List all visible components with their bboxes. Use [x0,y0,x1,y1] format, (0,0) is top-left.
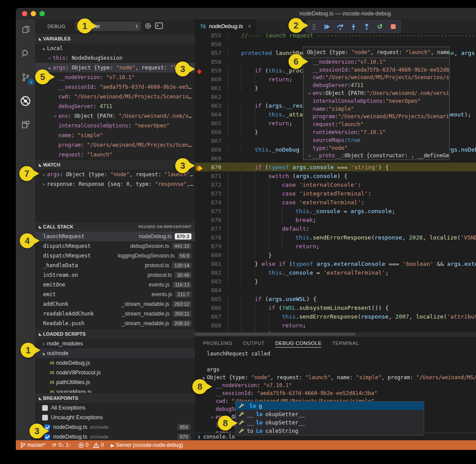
exception-toggle-row[interactable]: All Exceptions [35,403,195,413]
continue-icon[interactable] [324,23,331,30]
stack-frame[interactable]: readableAddChunk_stream_readable.js250:1… [35,309,195,319]
stack-frame[interactable]: Readable.push_stream_readable.js208:10 [35,319,195,328]
title-bar[interactable]: nodeDebug.ts — vscode-node-debug [16,8,476,19]
stack-frame[interactable]: _handleDataprotocol.ts130:14 [35,261,195,270]
source-control-icon[interactable]: 4 [19,71,32,83]
configure-gear-icon[interactable] [144,22,151,31]
debug-status-item[interactable]: ▶ Server (vscode-node-debug) [111,442,183,448]
variable-row[interactable]: debugServer: 4711 [35,102,195,111]
stack-frame[interactable]: emitOneevents.js116:13 [35,280,195,290]
sync-item[interactable]: ⟳ 0↓ 1↑ [52,442,71,448]
code-line[interactable]: 884 [195,286,476,294]
code-line[interactable]: 883} [195,277,476,286]
code-line[interactable]: 879return; [195,242,476,250]
stack-frame[interactable]: launchRequestnodeDebug.ts870:3 [35,232,195,241]
code-line[interactable]: 888return; [195,321,476,330]
code-line[interactable]: 881} else if (typeof args.externalConsol… [195,259,476,268]
script-row[interactable]: JSnodeDebug.js [35,358,195,368]
tab-output[interactable]: OUTPUT [243,341,265,346]
variable-row[interactable]: name: "simple" [35,130,195,140]
problems-item[interactable]: 0 0 [78,442,104,448]
stack-frame[interactable]: dispatchRequestloggingDebugSession.ts56:… [35,251,195,261]
close-window-button[interactable] [22,11,27,16]
watch-row[interactable]: ▷response: Response {seq: 0, type: "resp… [35,179,195,189]
variable-row[interactable]: ◣args: Object {type: "node", request: "l… [35,63,195,72]
horizontal-scrollbar[interactable] [195,332,476,336]
stop-icon[interactable] [389,23,397,30]
code-line[interactable]: 877default: [195,224,476,233]
suggest-item[interactable]: __lookupGetter__ [236,410,424,418]
hover-variable-row[interactable]: ▷__proto__: Object {constructor: , __def… [303,152,449,160]
code-line[interactable]: 885if (args.useWSL) { [195,294,476,303]
code-editor[interactable]: 855//---- launch request ---------------… [195,33,476,336]
script-row[interactable]: JSpathUtilities.js [35,377,195,387]
code-line[interactable]: 878this.sendErrorResponse(response, 2028… [195,233,476,242]
debug-icon[interactable] [19,95,32,107]
git-branch-item[interactable]: master* [20,442,45,448]
code-line[interactable]: 874case 'externalTerminal': [195,198,476,207]
toolbar-drag-grip[interactable] [310,23,317,30]
stack-frame[interactable]: dispatchRequestdebugSession.ts441:10 [35,241,195,251]
code-line[interactable]: 876break; [195,215,476,224]
stack-frame[interactable]: emitevents.js211:7 [35,290,195,299]
variable-row[interactable]: __sessionId: "aeda75fb-637d-4660-9b2e-ee… [35,82,195,92]
variable-row[interactable]: ◣Local [35,44,195,53]
code-line[interactable]: 887this.sendErrorResponse(response, 2007… [195,312,476,321]
minimize-window-button[interactable] [31,11,36,16]
code-line[interactable]: 880} [195,250,476,259]
hover-variable-row[interactable]: runtimeVersion: "7.10.1" [303,128,449,136]
script-row[interactable]: JSnodeV8Protocol.js [35,368,195,377]
watch-section-header[interactable]: ◣WATCH [35,160,195,170]
variables-section-header[interactable]: ◣VARIABLES [35,33,195,44]
step-out-icon[interactable] [363,23,370,30]
code-line[interactable]: 870if (typeof args.console === 'string')… [195,163,476,171]
hover-variable-row[interactable]: __nodeVersion: "v7.10.1" [303,58,449,66]
script-row[interactable]: JSsourceMaps.js [35,387,195,393]
suggest-item[interactable]: log [236,402,424,410]
explorer-icon[interactable] [19,24,32,36]
close-tab-icon[interactable]: × [248,23,251,29]
hover-variable-row[interactable]: program: "/Users/weinand/MS/Projects/Sce… [303,113,449,121]
tab-problems[interactable]: PROBLEMS [203,341,232,346]
script-row[interactable]: ◣out/node [35,348,195,358]
code-line[interactable]: 873case 'integratedTerminal': [195,189,476,198]
code-line[interactable]: 855//---- launch request ---------------… [195,33,476,40]
stack-frame[interactable]: addChunk_stream_readable.js263:12 [35,299,195,309]
variable-row[interactable]: ▷this: NodeDebugSession [35,53,195,63]
hover-variable-row[interactable]: sourceMaps: true [303,136,449,144]
open-debug-console-icon[interactable] [155,22,163,30]
code-line[interactable]: 875this._console = args.console; [195,207,476,215]
loaded-scripts-section-header[interactable]: ◣LOADED SCRIPTS [35,329,195,339]
breakpoints-section-header[interactable]: ◣BREAKPOINTS [35,393,195,403]
console-row[interactable]: ◣Object {type: "node", request: "launch"… [201,373,476,381]
restart-icon[interactable]: ↺ [376,23,383,30]
hover-variable-row[interactable]: request: "launch" [303,120,449,128]
suggest-item[interactable]: __lookupSetter__ [236,418,424,427]
hover-variable-row[interactable]: internalConsoleOptions: "neverOpen" [303,97,449,105]
maximize-window-button[interactable] [40,11,45,16]
code-line[interactable]: 882this._console = 'externalTerminal'; [195,268,476,277]
variable-row[interactable]: request: "launch" [35,150,195,160]
callstack-section-header[interactable]: ◣CALL STACK PAUSED ON BREAKPOINT [35,221,195,232]
variable-row[interactable]: ▷env: Object {PATH: "/Users/weinand/.nvm… [35,111,195,121]
breakpoint-row[interactable]: nodeDebug.tssrc/node859 [35,422,195,432]
tab-terminal[interactable]: TERMINAL [332,341,359,346]
code-line[interactable]: 871switch (args.console) { [195,171,476,180]
tab-nodedebug-ts[interactable]: TS nodeDebug.ts × [195,19,256,33]
variable-row[interactable]: __nodeVersion: "v7.10.1" [35,72,195,82]
variable-row[interactable]: internalConsoleOptions: "neverOpen" [35,121,195,130]
code-line[interactable]: 872case 'internalConsole': [195,180,476,189]
script-row[interactable]: ▷node_modules [35,339,195,348]
step-over-icon[interactable] [337,23,344,30]
breakpoint-row[interactable]: nodeDebug.tssrc/node870 [35,432,195,440]
variable-row[interactable]: program: "/Users/weinand/MS/Projects/Sce… [35,140,195,150]
search-icon[interactable] [19,47,32,60]
hover-variable-row[interactable]: __sessionId: "aeda75fb-637d-4660-9b2e-ee… [303,66,449,74]
step-into-icon[interactable] [350,23,357,30]
hover-variable-row[interactable]: ▷env: Object {PATH: "/Users/weinand/.nvm… [303,89,449,97]
tab-debug-console[interactable]: DEBUG CONSOLE [275,341,322,348]
code-line[interactable]: 886if (!WSL.subsystemLinuxPresent()) { [195,303,476,312]
watch-row[interactable]: ▷args: Object {type: "node", request: "l… [35,170,195,179]
hover-variable-row[interactable]: debugServer: 4711 [303,81,449,89]
extensions-icon[interactable] [19,119,32,131]
